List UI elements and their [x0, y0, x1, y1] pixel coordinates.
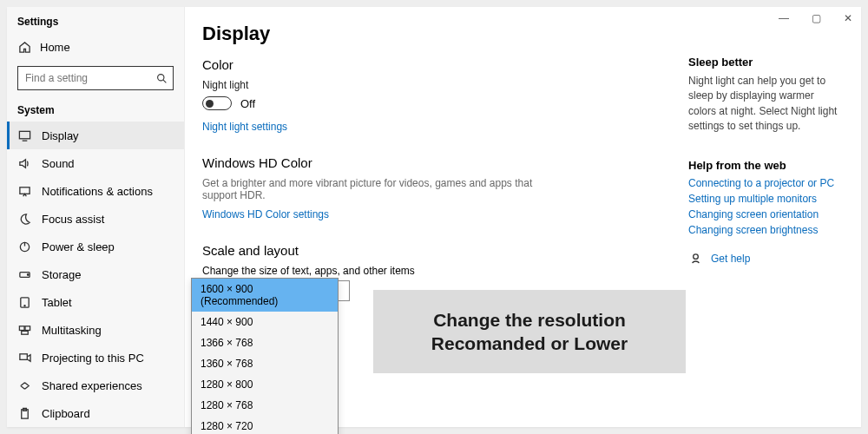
help-link-orientation[interactable]: Changing screen orientation	[688, 208, 845, 220]
sidebar-item-label: Clipboard	[42, 407, 90, 420]
night-light-state: Off	[240, 97, 255, 110]
search-box[interactable]	[17, 66, 174, 90]
sidebar-item-clipboard[interactable]: Clipboard	[7, 399, 184, 427]
sidebar-item-display[interactable]: Display	[7, 122, 184, 149]
svg-point-0	[157, 74, 163, 80]
home-button[interactable]: Home	[7, 33, 184, 61]
home-label: Home	[40, 41, 70, 54]
sidebar-item-projecting[interactable]: Projecting to this PC	[7, 344, 184, 372]
resolution-option[interactable]: 1280 × 720	[192, 416, 338, 434]
resolution-option[interactable]: 1600 × 900 (Recommended)	[192, 279, 338, 312]
sidebar-item-focus-assist[interactable]: Focus assist	[7, 205, 184, 233]
resolution-dropdown[interactable]: 1600 × 900 (Recommended) 1440 × 900 1366…	[191, 278, 339, 434]
sidebar-item-shared-experiences[interactable]: Shared experiences	[7, 372, 184, 399]
get-help-link[interactable]: Get help	[711, 253, 750, 265]
sidebar-item-label: Tablet	[42, 296, 72, 309]
section-hd-heading: Windows HD Color	[202, 155, 688, 170]
search-icon	[155, 71, 168, 85]
search-input[interactable]	[25, 72, 155, 84]
hd-settings-link[interactable]: Windows HD Color settings	[202, 208, 329, 220]
home-icon	[17, 40, 31, 54]
svg-point-14	[693, 254, 698, 260]
sound-icon	[17, 156, 31, 170]
storage-icon	[17, 267, 31, 281]
shared-icon	[17, 378, 31, 392]
sidebar-item-power-sleep[interactable]: Power & sleep	[7, 233, 184, 260]
night-light-label: Night light	[202, 79, 688, 91]
sidebar: Settings Home System Display So	[7, 7, 185, 427]
section-scale-heading: Scale and layout	[202, 243, 688, 258]
sidebar-item-label: Focus assist	[42, 213, 104, 226]
help-from-web-heading: Help from the web	[688, 159, 845, 172]
get-help-row[interactable]: Get help	[688, 252, 845, 266]
hd-desc: Get a brighter and more vibrant picture …	[202, 177, 567, 201]
annotation-note: Change the resolution Recomanded or Lowe…	[373, 290, 686, 373]
sidebar-item-multitasking[interactable]: Multitasking	[7, 316, 184, 344]
help-icon	[688, 252, 702, 266]
help-link-projector[interactable]: Connecting to a projector or PC	[688, 177, 845, 189]
sidebar-item-label: Multitasking	[42, 324, 102, 337]
sidebar-item-notifications[interactable]: Notifications & actions	[7, 177, 184, 205]
resolution-option[interactable]: 1440 × 900	[192, 312, 338, 332]
resolution-option[interactable]: 1280 × 800	[192, 374, 338, 395]
sidebar-nav: Display Sound Notifications & actions Fo…	[7, 122, 184, 434]
project-icon	[17, 351, 31, 365]
svg-rect-11	[19, 353, 26, 359]
sidebar-item-tablet[interactable]: Tablet	[7, 288, 184, 316]
notifications-icon	[17, 184, 31, 198]
right-pane: Sleep better Night light can help you ge…	[688, 7, 862, 427]
sidebar-group-system: System	[7, 97, 184, 122]
moon-icon	[17, 212, 31, 226]
sleep-better-heading: Sleep better	[688, 56, 845, 69]
help-link-brightness[interactable]: Changing screen brightness	[688, 224, 845, 236]
help-link-monitors[interactable]: Setting up multiple monitors	[688, 193, 845, 205]
sidebar-item-label: Shared experiences	[42, 379, 142, 392]
svg-rect-9	[24, 326, 30, 330]
sidebar-item-label: Power & sleep	[42, 240, 115, 253]
tablet-icon	[17, 295, 31, 309]
sidebar-item-storage[interactable]: Storage	[7, 260, 184, 288]
monitor-icon	[17, 128, 31, 142]
sidebar-item-label: Display	[42, 129, 79, 142]
help-links: Connecting to a projector or PC Setting …	[688, 177, 845, 236]
power-icon	[17, 240, 31, 253]
page-title: Display	[202, 23, 688, 45]
svg-point-5	[27, 273, 29, 275]
svg-rect-10	[21, 331, 28, 334]
sidebar-item-label: Sound	[42, 157, 75, 170]
night-light-toggle-row: Off	[202, 96, 688, 110]
multitasking-icon	[17, 323, 31, 337]
sidebar-item-sound[interactable]: Sound	[7, 149, 184, 177]
resolution-option[interactable]: 1280 × 768	[192, 395, 338, 416]
night-light-settings-link[interactable]: Night light settings	[202, 121, 287, 133]
sidebar-item-label: Storage	[42, 268, 82, 281]
section-color-heading: Color	[202, 57, 688, 72]
sidebar-item-label: Notifications & actions	[42, 185, 153, 198]
scale-field-label: Change the size of text, apps, and other…	[202, 265, 688, 277]
svg-rect-8	[19, 326, 24, 330]
sidebar-item-remote-desktop[interactable]: Remote Desktop	[7, 427, 184, 434]
resolution-option[interactable]: 1360 × 768	[192, 353, 338, 374]
svg-rect-1	[19, 131, 30, 138]
night-light-toggle[interactable]	[202, 96, 232, 110]
app-title: Settings	[7, 16, 184, 33]
resolution-option[interactable]: 1366 × 768	[192, 332, 338, 353]
sleep-better-body: Night light can help you get to sleep by…	[688, 74, 845, 135]
clipboard-icon	[17, 406, 31, 420]
svg-point-7	[23, 305, 24, 306]
sidebar-item-label: Projecting to this PC	[42, 352, 144, 365]
